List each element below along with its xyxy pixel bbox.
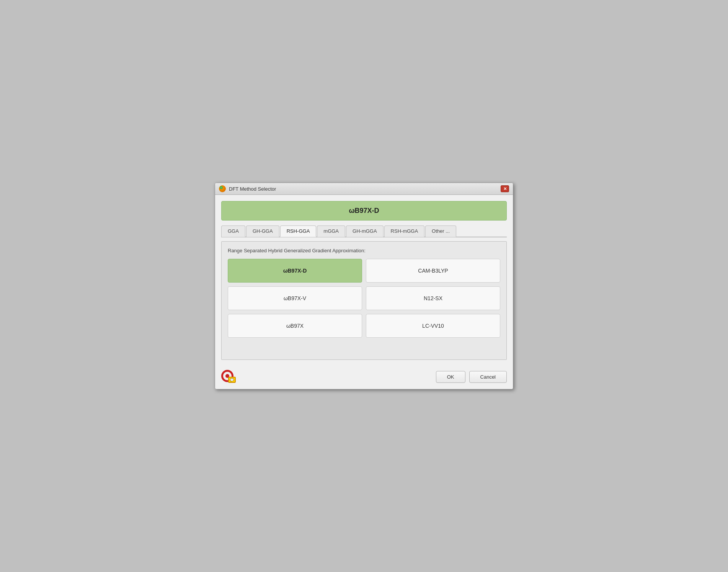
methods-grid: ωB97X-D CAM-B3LYP ωB97X-V N12-SX ωB97X L…	[228, 259, 500, 338]
tab-content-area: Range Separated Hybrid Generalized Gradi…	[221, 241, 507, 360]
tab-gh-mgga[interactable]: GH-mGGA	[346, 226, 384, 237]
tab-gga[interactable]: GGA	[221, 226, 245, 237]
selected-method-display: ωB97X-D	[221, 201, 507, 221]
method-cam-b3lyp[interactable]: CAM-B3LYP	[366, 259, 500, 283]
title-bar: DFT Method Selector ✕	[215, 183, 513, 195]
lifering-inner-icon: 💬	[228, 377, 236, 383]
window-body: ωB97X-D GGA GH-GGA RSH-GGA mGGA GH-mGGA …	[215, 195, 513, 366]
tab-description: Range Separated Hybrid Generalized Gradi…	[228, 248, 500, 253]
dft-method-selector-dialog: DFT Method Selector ✕ ωB97X-D GGA GH-GGA…	[215, 183, 513, 389]
cancel-button[interactable]: Cancel	[469, 371, 507, 383]
tab-rsh-mgga[interactable]: RSH-mGGA	[384, 226, 425, 237]
tab-mgga[interactable]: mGGA	[317, 226, 345, 237]
method-lc-vv10[interactable]: LC-VV10	[366, 314, 500, 338]
help-icon[interactable]: 💬	[221, 370, 235, 384]
tab-other[interactable]: Other ...	[425, 226, 456, 237]
close-button[interactable]: ✕	[501, 185, 509, 192]
footer-buttons: OK Cancel	[436, 371, 507, 383]
tabs-row: GGA GH-GGA RSH-GGA mGGA GH-mGGA RSH-mGGA…	[221, 225, 507, 237]
ok-button[interactable]: OK	[436, 371, 465, 383]
method-wb97x-v[interactable]: ωB97X-V	[228, 286, 362, 310]
app-icon	[219, 185, 226, 192]
method-wb97x[interactable]: ωB97X	[228, 314, 362, 338]
method-n12-sx[interactable]: N12-SX	[366, 286, 500, 310]
window-title: DFT Method Selector	[229, 186, 276, 192]
method-wb97x-d[interactable]: ωB97X-D	[228, 259, 362, 283]
tab-rsh-gga[interactable]: RSH-GGA	[280, 226, 317, 237]
tab-gh-gga[interactable]: GH-GGA	[246, 226, 279, 237]
window-footer: 💬 OK Cancel	[215, 366, 513, 389]
